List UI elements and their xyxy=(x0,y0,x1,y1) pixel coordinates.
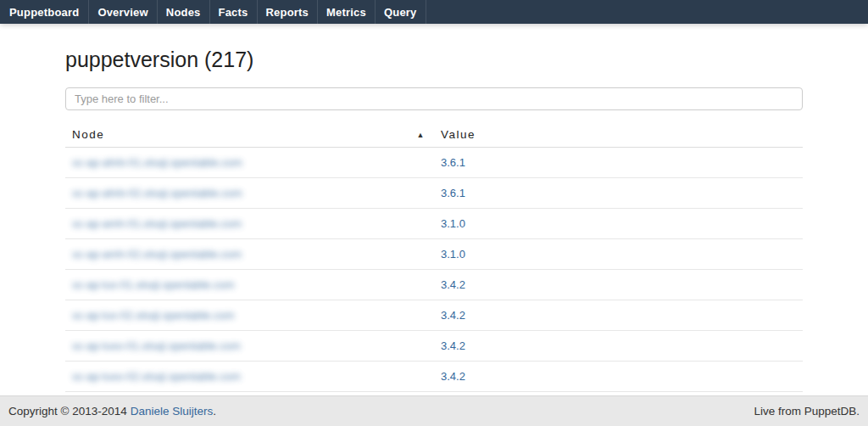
node-cell: sc-ap-luxo-01.otsql.opentable.com xyxy=(65,331,434,362)
nav-item-reports[interactable]: Reports xyxy=(258,0,319,24)
node-link[interactable]: sc-ap-lux-02.otsql.opentable.com xyxy=(72,309,235,322)
footer-status: Live from PuppetDB. xyxy=(754,405,860,418)
column-header-value[interactable]: Value xyxy=(434,123,803,148)
copyright-text: Copyright © 2013-2014 xyxy=(8,405,127,418)
node-link[interactable]: sc-ap-luxo-01.otsql.opentable.com xyxy=(72,339,241,352)
column-header-node-label: Node xyxy=(72,128,104,141)
node-link[interactable]: sc-ap-ahrb-01.otsql.opentable.com xyxy=(72,156,242,169)
nav-item-facts[interactable]: Facts xyxy=(210,0,258,24)
fact-value-link[interactable]: 3.4.2 xyxy=(441,370,465,383)
table-row: sc-ap-ahrb-02.otsql.opentable.com 3.6.1 xyxy=(65,178,803,209)
node-cell: sc-ap-ahrb-02.otsql.opentable.com xyxy=(65,178,434,209)
fact-value-link[interactable]: 3.4.2 xyxy=(441,339,465,352)
value-cell: 3.4.2 xyxy=(434,270,803,300)
sort-ascending-icon: ▲ xyxy=(417,128,426,139)
table-row: sc-ap-lux-01.otsql.opentable.com 3.4.2 xyxy=(65,270,803,300)
value-cell: 3.1.0 xyxy=(434,239,803,270)
value-cell: 3.6.1 xyxy=(434,148,803,178)
table-row: sc-ap-luxo-01.otsql.opentable.com 3.4.2 xyxy=(65,331,803,362)
node-cell: sc-ap-ahrb-01.otsql.opentable.com xyxy=(65,148,434,178)
value-cell: 3.4.2 xyxy=(434,362,803,392)
fact-table-body: sc-ap-ahrb-01.otsql.opentable.com 3.6.1 … xyxy=(65,148,803,423)
fact-value-link[interactable]: 3.4.2 xyxy=(441,278,465,291)
node-link[interactable]: sc-ap-ahrb-02.otsql.opentable.com xyxy=(72,187,242,199)
fact-value-link[interactable]: 3.4.2 xyxy=(441,309,465,322)
fact-value-link[interactable]: 3.6.1 xyxy=(441,156,465,169)
fact-value-link[interactable]: 3.1.0 xyxy=(441,217,465,230)
nav-item-overview[interactable]: Overview xyxy=(89,0,157,24)
node-cell: sc-ap-luxo-02.otsql.opentable.com xyxy=(65,362,434,392)
author-link[interactable]: Daniele Sluijters xyxy=(131,405,214,418)
table-row: sc-ap-amh-02.otsql.opentable.com 3.1.0 xyxy=(65,239,803,270)
node-link[interactable]: sc-ap-amh-01.otsql.opentable.com xyxy=(72,217,242,230)
value-cell: 3.6.1 xyxy=(434,178,803,209)
column-header-node[interactable]: Node ▲ xyxy=(65,123,434,148)
table-header-row: Node ▲ Value xyxy=(65,123,803,148)
page-title: puppetversion (217) xyxy=(65,48,803,72)
footer-copyright: Copyright © 2013-2014Daniele Sluijters. xyxy=(8,405,216,418)
node-cell: sc-ap-lux-02.otsql.opentable.com xyxy=(65,300,434,331)
fact-value-link[interactable]: 3.1.0 xyxy=(441,248,465,261)
table-row: sc-ap-amh-01.otsql.opentable.com 3.1.0 xyxy=(65,209,803,239)
table-row: sc-ap-ahrb-01.otsql.opentable.com 3.6.1 xyxy=(65,148,803,178)
node-link[interactable]: sc-ap-luxo-02.otsql.opentable.com xyxy=(72,370,241,383)
copyright-period: . xyxy=(213,405,216,418)
navbar-brand[interactable]: Puppetboard xyxy=(0,0,89,24)
table-row: sc-ap-luxo-02.otsql.opentable.com 3.4.2 xyxy=(65,362,803,392)
filter-input[interactable] xyxy=(65,87,803,110)
nav-item-metrics[interactable]: Metrics xyxy=(318,0,376,24)
value-cell: 3.4.2 xyxy=(434,300,803,331)
node-cell: sc-ap-lux-01.otsql.opentable.com xyxy=(65,270,434,300)
fact-value-link[interactable]: 3.6.1 xyxy=(441,187,465,199)
fact-table: Node ▲ Value sc-ap-ahrb-01.otsql.opentab… xyxy=(65,123,803,423)
node-link[interactable]: sc-ap-lux-01.otsql.opentable.com xyxy=(72,278,235,291)
value-cell: 3.1.0 xyxy=(434,209,803,239)
node-cell: sc-ap-amh-01.otsql.opentable.com xyxy=(65,209,434,239)
nav-item-nodes[interactable]: Nodes xyxy=(158,0,210,24)
node-link[interactable]: sc-ap-amh-02.otsql.opentable.com xyxy=(72,248,242,261)
value-cell: 3.4.2 xyxy=(434,331,803,362)
main-content: puppetversion (217) Node ▲ Value sc-ap-a… xyxy=(65,48,803,423)
footer: Copyright © 2013-2014Daniele Sluijters. … xyxy=(0,395,868,426)
navbar: Puppetboard Overview Nodes Facts Reports… xyxy=(0,0,868,24)
column-header-value-label: Value xyxy=(441,128,476,141)
nav-item-query[interactable]: Query xyxy=(376,0,426,24)
table-row: sc-ap-lux-02.otsql.opentable.com 3.4.2 xyxy=(65,300,803,331)
node-cell: sc-ap-amh-02.otsql.opentable.com xyxy=(65,239,434,270)
